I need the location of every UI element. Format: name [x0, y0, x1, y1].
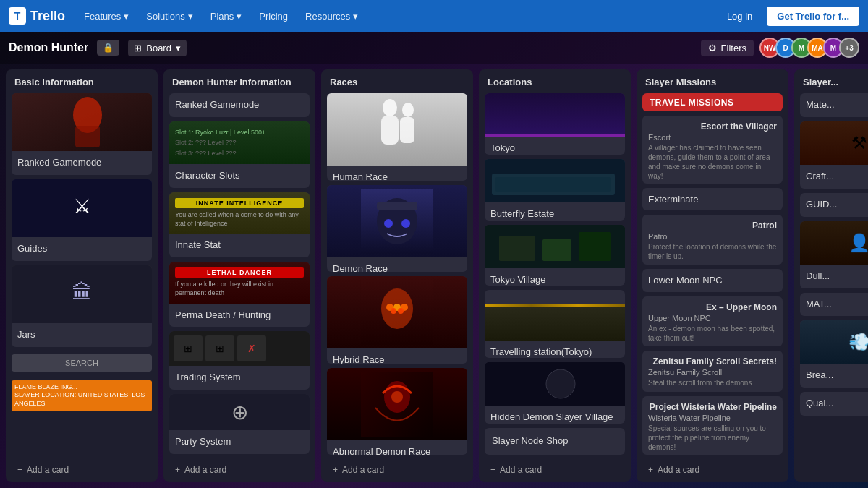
card-hidden-demon-slayer[interactable]: Hidden Demon Slayer Village [485, 362, 625, 424]
card-character-slots[interactable]: Slot 1: Ryoko Luzr | Level 500+ Slot 2: … [169, 121, 310, 188]
card-trading-system[interactable]: ⊞ ⊞ ✗ Trading System [169, 331, 310, 390]
chevron-down-icon: ▾ [237, 11, 242, 22]
card-title: Lower Moon NPC [648, 275, 777, 287]
mission-desc: Steal the scroll from the demons [648, 378, 777, 388]
chevron-down-icon: ▾ [353, 11, 358, 22]
card-title: Butterfly Estate [490, 208, 619, 221]
card-innate-stat[interactable]: INNATE INTELLIGENCE You are called when … [169, 192, 310, 257]
card-perma-death[interactable]: LETHAL DANGER If you are killed or they … [169, 262, 310, 327]
card-hybrid-race[interactable]: Hybrid Race [327, 276, 467, 364]
list-header-races: Races [321, 69, 473, 93]
card-title: Brea... [806, 369, 868, 382]
card-zenitsu-scroll[interactable]: Zenitsu Family Scroll Secrets! Zenitsu F… [642, 351, 783, 392]
svg-text:⚔: ⚔ [73, 195, 91, 218]
card-patrol[interactable]: Patrol Patrol Protect the location of de… [642, 215, 783, 265]
mission-desc: Special sources are calling on you to pr… [648, 424, 777, 452]
svg-rect-32 [579, 232, 611, 261]
mission-subtitle: Zenitsu Family Scroll [648, 368, 777, 377]
board-view-selector[interactable]: ⊞ Board ▾ [128, 40, 187, 56]
card-travel-missions-header: TRAVEL MISSIONS [642, 93, 783, 111]
card-wisteria-pipeline[interactable]: Project Wisteria Water Pipeline Wisteria… [642, 396, 783, 455]
svg-rect-10 [400, 117, 414, 143]
add-card-basic-info[interactable]: + Add a card [12, 461, 152, 479]
card-title: Abnormal Demon Race [333, 446, 461, 455]
add-card-slayer-missions[interactable]: + Add a card [642, 461, 783, 479]
mission-subtitle: Escort [648, 133, 777, 142]
card-tokyo[interactable]: Tokyo [485, 93, 625, 155]
filter-button[interactable]: ⚙ Filters [701, 40, 754, 56]
card-slayer-node-shop[interactable]: Slayer Node Shop [485, 428, 625, 455]
svg-point-9 [402, 103, 414, 117]
card-dull[interactable]: 👤 Dull... [800, 221, 868, 288]
add-card-demon-hunter[interactable]: + Add a card [169, 461, 310, 479]
card-travelling-station[interactable]: Travelling station(Tokyo) [485, 290, 625, 358]
list-cards-basic-info: Ranked Gamemode ⚔ Guides [6, 93, 158, 461]
list-header-basic-info: Basic Information [6, 69, 158, 93]
lock-icon: 🔒 [103, 43, 114, 53]
card-guid[interactable]: GUID... [800, 193, 868, 217]
card-title: Perma Death / Hunting [175, 309, 304, 322]
board-header: Demon Hunter 🔒 ⊞ Board ▾ ⚙ Filters NW D … [0, 32, 868, 64]
card-title: Party System [175, 436, 304, 448]
nav-plans[interactable]: Plans ▾ [203, 7, 250, 26]
search-bar[interactable]: SEARCH [12, 354, 152, 372]
card-title: Travelling station(Tokyo) [490, 346, 619, 358]
mission-title: Ex – Upper Moon [648, 302, 777, 312]
card-guides[interactable]: ⚔ Guides [12, 179, 152, 261]
card-tokyo-village[interactable]: Tokyo Village [485, 225, 625, 286]
mission-desc: Protect the location of demons while the… [648, 242, 777, 261]
card-title: Hybrid Race [333, 354, 461, 364]
plus-icon: + [17, 465, 22, 475]
chevron-down-icon: ▾ [176, 43, 181, 53]
card-ex-upper-moon[interactable]: Ex – Upper Moon Upper Moon NPC An ex - d… [642, 296, 783, 346]
add-card-races[interactable]: + Add a card [327, 461, 467, 479]
trello-logo[interactable]: T Trello [9, 7, 65, 25]
svg-rect-2 [75, 126, 100, 147]
card-title: Innate Stat [175, 239, 304, 252]
chevron-down-icon: ▾ [188, 11, 193, 22]
card-party-system[interactable]: ⊕ Party System [169, 394, 310, 454]
board-visibility-btn[interactable]: 🔒 [97, 40, 119, 56]
svg-rect-31 [542, 239, 571, 261]
slot-text: Slot 1: Ryoko Luzr | Level 500+ [175, 127, 304, 137]
svg-rect-13 [377, 202, 417, 210]
list-demon-hunter-info: Demon Hunter Information Ranked Gamemode… [163, 69, 315, 482]
card-title: Ranked Gamemode [17, 157, 146, 169]
board-header-right: ⚙ Filters NW D M MA M +3 [701, 38, 859, 58]
card-mat[interactable]: MAT... [800, 293, 868, 317]
card-brea[interactable]: 💨 Brea... [800, 320, 868, 388]
svg-point-22 [398, 308, 404, 314]
card-title: Hidden Demon Slayer Village [490, 411, 619, 424]
board-content: Basic Information Ranked Gamemode [0, 64, 868, 488]
nav-pricing[interactable]: Pricing [252, 7, 295, 26]
card-craft[interactable]: ⚒ Craft... [800, 121, 868, 189]
card-abnormal-demon-race[interactable]: Abnormal Demon Race [327, 368, 467, 455]
list-races: Races Human Race [321, 69, 473, 482]
nav-solutions[interactable]: Solutions ▾ [139, 7, 200, 26]
board-title: Demon Hunter [9, 41, 88, 54]
list-cards-slayer-missions: TRAVEL MISSIONS Escort the Villager Esco… [637, 93, 788, 461]
login-button[interactable]: Log in [718, 7, 761, 26]
mission-subtitle: Upper Moon NPC [648, 314, 777, 322]
nav-features[interactable]: Features ▾ [77, 7, 136, 26]
card-butterfly-estate[interactable]: Butterfly Estate [485, 159, 625, 221]
card-mate[interactable]: Mate... [800, 93, 868, 117]
board-view-label: Board [146, 43, 171, 53]
logo-text: Trello [30, 9, 65, 24]
card-lower-moon-npc[interactable]: Lower Moon NPC [642, 269, 783, 292]
card-ranked-gamemode[interactable]: Ranked Gamemode [12, 93, 152, 175]
nav-resources[interactable]: Resources ▾ [298, 7, 365, 26]
card-ranked-gamemode-2[interactable]: Ranked Gamemode [169, 93, 310, 117]
card-jars[interactable]: 🏛 Jars [12, 265, 152, 347]
avatar-overflow: +3 [839, 38, 859, 58]
add-card-locations[interactable]: + Add a card [485, 461, 625, 479]
card-escort-villager[interactable]: Escort the Villager Escort A villager ha… [642, 116, 783, 184]
card-exterminate[interactable]: Exterminate [642, 188, 783, 211]
list-cards-demon-hunter: Ranked Gamemode Slot 1: Ryoko Luzr | Lev… [163, 93, 315, 461]
card-demon-race[interactable]: Demon Race [327, 185, 467, 273]
svg-point-34 [546, 369, 575, 398]
get-trello-button[interactable]: Get Trello for f... [767, 7, 859, 26]
card-human-race[interactable]: Human Race [327, 93, 467, 181]
card-qual[interactable]: Qual... [800, 392, 868, 416]
card-title: Guides [17, 243, 146, 255]
